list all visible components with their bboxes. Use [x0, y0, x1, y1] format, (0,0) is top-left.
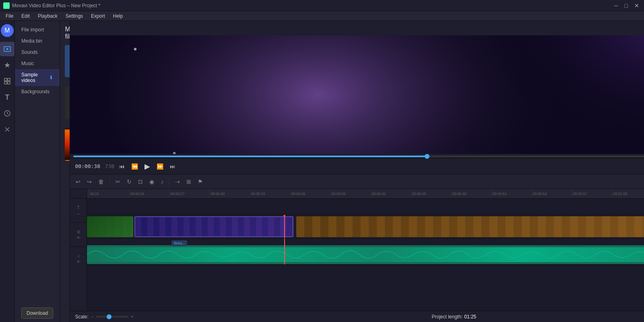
sample-videos-download-icon: ⬇: [49, 75, 53, 80]
menu-edit[interactable]: Edit: [17, 12, 34, 20]
scale-label: Scale:: [75, 314, 88, 320]
menu-help[interactable]: Help: [109, 12, 127, 20]
progress-thumb[interactable]: [425, 154, 429, 159]
play-pause-button[interactable]: ▶: [143, 161, 152, 172]
ruler-tick: 00:00:57: [572, 189, 612, 199]
sidebar-icon-pin[interactable]: [0, 58, 14, 72]
nav-backgrounds[interactable]: Backgrounds: [15, 86, 60, 97]
preview-controls: 00:00:38 730 ⏮ ⏪ ▶ ⏩ ⏭ 16:9 🔊 📷 ⋮ Export: [70, 158, 644, 174]
video-clip-main[interactable]: [296, 216, 644, 237]
timeline-toolbar: ↩ ↪ 🗑 ✂ ↻ ⊡ ◉ ♪ ⇢ ⊞ ⚑: [70, 174, 644, 189]
sidebar-icon-effects[interactable]: [0, 74, 14, 88]
media-thumb-flames[interactable]: [65, 129, 70, 161]
eye2-icon: 👁: [76, 260, 80, 264]
svg-rect-2: [4, 78, 7, 81]
scale-plus-icon[interactable]: +: [131, 314, 134, 320]
right-panel: ?: [70, 21, 644, 322]
maximize-button[interactable]: □: [623, 2, 630, 9]
video-clip-space[interactable]: [134, 216, 293, 237]
nav-file-import[interactable]: File import: [15, 24, 60, 35]
sidebar-icon-clock[interactable]: [0, 106, 14, 121]
rotate-button[interactable]: ↻: [124, 177, 134, 187]
ruler-tick: 00:00:42: [370, 189, 411, 199]
audio-waveform: [87, 245, 644, 264]
sidebar-icon-text[interactable]: T: [0, 90, 14, 105]
sidebar-icon-tools[interactable]: [0, 122, 14, 137]
audio-track-row: Brea...: [87, 239, 644, 265]
media-item-flames[interactable]: Flames: [65, 129, 70, 167]
nav-music[interactable]: Music: [15, 58, 60, 69]
preview-progress[interactable]: [73, 156, 644, 157]
media-panel: Media files + Download more! ⬇ Bubbles ⬇: [60, 21, 70, 322]
delete-button[interactable]: 🗑: [96, 177, 106, 187]
ruler-tick: 00:00:24: [129, 189, 169, 199]
media-item-download[interactable]: + Download more!: [65, 45, 70, 84]
scale-minus-icon[interactable]: −: [91, 314, 94, 320]
layers-icon: ⊟: [77, 230, 80, 234]
video-track2-controls: ⊟ 👁: [70, 223, 87, 247]
menu-export[interactable]: Export: [87, 12, 109, 20]
close-button[interactable]: ✕: [633, 2, 641, 9]
main-layout: M T File import Media bin Sounds Music S…: [0, 21, 644, 322]
svg-line-8: [7, 113, 8, 114]
crop-button[interactable]: ⊡: [136, 177, 145, 187]
ruler-tick: 00:01:00: [612, 189, 644, 199]
svg-rect-5: [8, 82, 10, 84]
motion-button[interactable]: ⇢: [173, 177, 182, 187]
video-track-controls: T ↔: [70, 199, 87, 223]
minimize-button[interactable]: ─: [613, 2, 620, 9]
step-forward-button[interactable]: ⏩: [155, 162, 165, 170]
media-thumb-clock[interactable]: ⬇: [65, 87, 70, 119]
app-title: Movavi Video Editor Plus – New Project *: [3, 2, 100, 9]
step-back-button[interactable]: ⏪: [130, 162, 140, 170]
svg-rect-3: [8, 78, 10, 81]
nav-media-bin[interactable]: Media bin: [15, 35, 60, 47]
menu-playback[interactable]: Playback: [34, 12, 62, 20]
eye-icon: 👁: [76, 236, 80, 240]
audio-button[interactable]: ♪: [158, 177, 166, 187]
nav-panel: File import Media bin Sounds Music Sampl…: [15, 21, 60, 322]
playhead[interactable]: [284, 215, 285, 238]
pip-button[interactable]: ⊞: [184, 177, 194, 187]
scale-thumb: [107, 314, 111, 319]
media-item-clock[interactable]: ⬇ Clock: [65, 87, 70, 125]
menubar: File Edit Playback Settings Export Help: [0, 11, 644, 21]
nav-sounds[interactable]: Sounds: [15, 47, 60, 58]
svg-marker-1: [6, 48, 9, 50]
cut-button[interactable]: ✂: [113, 177, 123, 187]
audio-clip[interactable]: [87, 245, 644, 264]
preview-panel: ?: [70, 21, 644, 174]
undo-button[interactable]: ↩: [73, 177, 83, 187]
title-track-row: [87, 199, 644, 215]
scale-slider[interactable]: [96, 316, 128, 318]
skip-end-button[interactable]: ⏭: [168, 162, 177, 170]
ruler-tick: 00:00:39: [330, 189, 370, 199]
track-arrows-icon: ↔: [76, 211, 80, 216]
download-button[interactable]: Download: [21, 308, 53, 319]
menu-settings[interactable]: Settings: [62, 12, 87, 20]
track-text-icon: T: [77, 205, 80, 210]
color-button[interactable]: ◉: [147, 177, 157, 187]
preview-video: [70, 35, 644, 154]
menu-file[interactable]: File: [2, 12, 17, 20]
title-text: Movavi Video Editor Plus – New Project *: [12, 3, 100, 8]
svg-point-36: [134, 48, 136, 50]
time-display: 00:00:38 730: [75, 163, 114, 169]
skip-start-button[interactable]: ⏮: [118, 162, 126, 170]
audio-track-controls: ♫ 👁: [70, 247, 87, 271]
space-background: [70, 35, 644, 154]
ruler-tick: 00:21: [89, 189, 129, 199]
track-side-controls: T ↔ ⊟ 👁 ♫ 👁: [70, 189, 87, 311]
ruler-tick: 00:00:51: [491, 189, 531, 199]
nav-sample-videos[interactable]: Sample videos ⬇: [15, 69, 60, 86]
media-thumb-download[interactable]: +: [65, 45, 70, 77]
video-clip-palm[interactable]: [87, 216, 133, 237]
ruler-tick: 00:00:27: [169, 189, 209, 199]
redo-button[interactable]: ↪: [85, 177, 94, 187]
audio-chip: Brea...: [171, 240, 187, 246]
window-controls: ─ □ ✕: [613, 2, 641, 9]
music-icon: ♫: [77, 254, 80, 258]
timeline-content: T ↔ ⊟ 👁 ♫ 👁: [70, 189, 644, 311]
sidebar-icon-media[interactable]: [0, 42, 14, 56]
marker-button[interactable]: ⚑: [195, 177, 205, 187]
